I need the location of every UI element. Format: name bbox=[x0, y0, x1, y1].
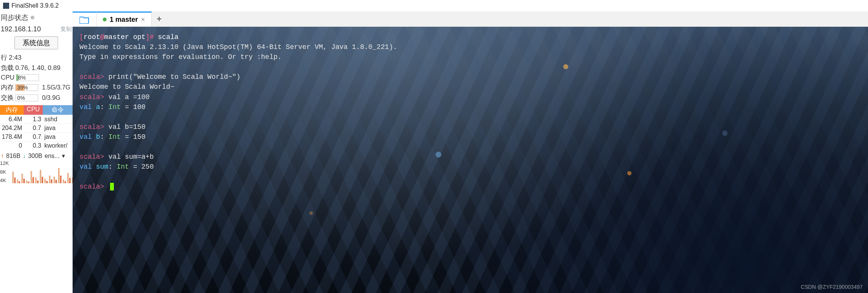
process-list: 6.4M1.3sshd204.2M0.7java178.4M0.7java00.… bbox=[0, 115, 73, 150]
scala-prompt: scala> bbox=[79, 73, 104, 81]
cell-cpu: 0.3 bbox=[24, 142, 43, 150]
cell-cpu: 0.7 bbox=[24, 124, 43, 132]
uptime-row: 行 2:43 bbox=[0, 52, 73, 63]
kw-val: val bbox=[79, 103, 92, 111]
repl-print-out: Welcome to Scala World~ bbox=[79, 83, 174, 91]
folder-button[interactable] bbox=[73, 11, 96, 26]
table-row[interactable]: 6.4M1.3sshd bbox=[0, 115, 73, 124]
kw-val: val bbox=[79, 133, 92, 141]
table-row[interactable]: 204.2M0.7java bbox=[0, 124, 73, 132]
cell-mem: 204.2M bbox=[0, 124, 24, 132]
table-row[interactable]: 00.3kworker/ bbox=[0, 141, 73, 150]
cpu-label: CPU bbox=[1, 74, 15, 81]
cell-cmd: kworker/ bbox=[43, 142, 73, 150]
tab-status-dot-icon bbox=[103, 18, 107, 21]
ip-address: 192.168.1.10 bbox=[1, 25, 41, 33]
mem-bar: 39% bbox=[15, 84, 38, 91]
prompt-user: root bbox=[84, 33, 100, 41]
scala-prompt: scala> bbox=[79, 123, 104, 131]
right-pane: 1 master × + [root@master opt]# scala We… bbox=[73, 11, 868, 293]
sync-status-dot-icon bbox=[31, 16, 34, 20]
app-icon bbox=[3, 3, 9, 9]
tabbar: 1 master × + bbox=[73, 11, 868, 27]
net-chart-yaxis: 12K 8K 4K bbox=[0, 160, 9, 183]
app-title: FinalShell 3.9.6.2 bbox=[11, 2, 59, 9]
copy-button[interactable]: 复制 bbox=[60, 26, 72, 33]
mem-label: 内存 bbox=[1, 83, 14, 92]
swap-row: 交换 0% 0/3.9G bbox=[0, 93, 73, 103]
col-cmd[interactable]: 命令 bbox=[43, 105, 73, 115]
sync-status-row: 同步状态 bbox=[0, 11, 73, 24]
mem-extra: 1.5G/3.7G bbox=[42, 84, 70, 91]
net-chart: 12K 8K 4K bbox=[0, 160, 73, 183]
cell-cpu: 0.7 bbox=[24, 133, 43, 141]
ip-row: 192.168.1.10 复制 bbox=[0, 24, 73, 36]
net-row: ↑816B ↓300B ens... ▾ bbox=[0, 150, 73, 160]
chevron-down-icon[interactable]: ▾ bbox=[62, 152, 65, 160]
repl-b-cmd: val b=150 bbox=[108, 123, 146, 131]
type-int: Int bbox=[117, 163, 129, 171]
var-b: b bbox=[96, 133, 100, 141]
swap-pct: 0% bbox=[17, 95, 25, 101]
table-row[interactable]: 178.4M0.7java bbox=[0, 132, 73, 141]
scala-welcome-2: Type in expressions for evaluation. Or t… bbox=[79, 53, 282, 61]
repl-a-cmd: val a =100 bbox=[108, 93, 150, 101]
net-down: 300B bbox=[28, 153, 42, 160]
cpu-pct: 8% bbox=[18, 75, 26, 81]
main: 同步状态 192.168.1.10 复制 系统信息 行 2:43 负载 0.76… bbox=[0, 11, 868, 293]
col-cpu[interactable]: CPU bbox=[24, 105, 43, 115]
scala-welcome-1: Welcome to Scala 2.13.10 (Java HotSpot(T… bbox=[79, 43, 397, 51]
load-value: 0.76, 1.40, 0.89 bbox=[15, 64, 60, 72]
ytick: 4K bbox=[0, 177, 9, 183]
cmd-scala: scala bbox=[158, 33, 178, 41]
prompt-host: master bbox=[104, 33, 129, 41]
uptime-label: 行 bbox=[1, 53, 7, 62]
ytick: 12K bbox=[0, 160, 9, 166]
cell-cmd: sshd bbox=[43, 115, 73, 124]
up-arrow-icon: ↑ bbox=[1, 153, 4, 160]
var-a: a bbox=[96, 103, 100, 111]
terminal[interactable]: [root@master opt]# scala Welcome to Scal… bbox=[73, 27, 868, 293]
var-sum: sum bbox=[96, 163, 108, 171]
cell-cmd: java bbox=[43, 133, 73, 141]
cell-mem: 6.4M bbox=[0, 115, 24, 124]
cell-cmd: java bbox=[43, 124, 73, 132]
scala-prompt: scala> bbox=[79, 153, 104, 161]
val-a-eq: = 100 bbox=[121, 103, 146, 111]
cpu-row: CPU 8% bbox=[0, 73, 73, 82]
swap-extra: 0/3.9G bbox=[42, 94, 60, 101]
tab-close-button[interactable]: × bbox=[141, 16, 145, 24]
process-header: 内存 CPU 命令 bbox=[0, 105, 73, 115]
mem-pct: 39% bbox=[17, 85, 28, 91]
scala-prompt: scala> bbox=[79, 183, 104, 190]
load-label: 负载 bbox=[1, 63, 14, 72]
folder-icon bbox=[79, 15, 89, 24]
repl-sum-cmd: val sum=a+b bbox=[108, 153, 154, 161]
cursor-icon bbox=[110, 183, 114, 190]
repl-print-cmd: print("Welcome to Scala World~") bbox=[108, 73, 241, 81]
tab-master[interactable]: 1 master × bbox=[96, 11, 152, 26]
kw-val: val bbox=[79, 163, 92, 171]
net-iface[interactable]: ens... bbox=[45, 153, 60, 160]
titlebar: FinalShell 3.9.6.2 bbox=[0, 0, 868, 11]
mem-row: 内存 39% 1.5G/3.7G bbox=[0, 82, 73, 93]
swap-bar: 0% bbox=[15, 94, 38, 101]
type-int: Int bbox=[108, 133, 121, 141]
cpu-bar: 8% bbox=[16, 74, 39, 81]
val-b-eq: = 150 bbox=[121, 133, 146, 141]
type-int: Int bbox=[108, 103, 121, 111]
cell-mem: 178.4M bbox=[0, 133, 24, 141]
uptime-value: 2:43 bbox=[9, 54, 21, 62]
net-up: 816B bbox=[6, 153, 20, 160]
load-row: 负载 0.76, 1.40, 0.89 bbox=[0, 63, 73, 73]
terminal-content: [root@master opt]# scala Welcome to Scal… bbox=[79, 32, 861, 192]
prompt-path: opt bbox=[133, 33, 145, 41]
sysinfo-button[interactable]: 系统信息 bbox=[15, 36, 58, 49]
swap-label: 交换 bbox=[1, 93, 14, 102]
col-mem[interactable]: 内存 bbox=[0, 105, 24, 115]
tab-label: 1 master bbox=[110, 16, 138, 24]
cell-mem: 0 bbox=[0, 142, 24, 150]
val-sum-eq: = 250 bbox=[129, 163, 154, 171]
tab-add-button[interactable]: + bbox=[152, 11, 167, 26]
sync-status-label: 同步状态 bbox=[1, 13, 28, 22]
